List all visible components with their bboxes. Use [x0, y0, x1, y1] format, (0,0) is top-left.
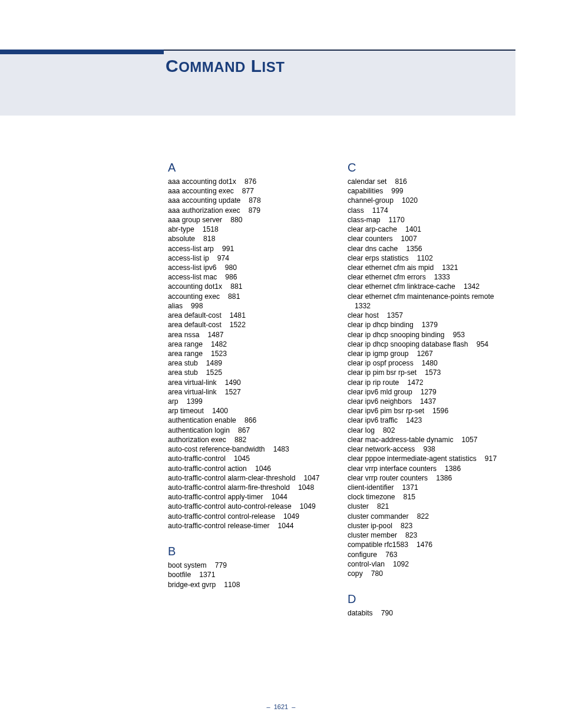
command-name: accounting exec — [168, 292, 220, 301]
section-letter: B — [168, 545, 336, 558]
command-name: clear ethernet cfm linktrace-cache — [348, 282, 455, 291]
command-name: auto-traffic-control control-release — [168, 512, 275, 521]
index-entry: configure 763 — [348, 550, 515, 559]
page-ref: 1049 — [283, 512, 299, 521]
command-name: clear dns cache — [348, 245, 398, 253]
index-entry: arp 1399 — [168, 397, 336, 406]
index-entry: aaa authorization exec 879 — [168, 206, 336, 215]
page-ref: 1483 — [273, 445, 289, 453]
index-entry: class 1174 — [348, 206, 515, 215]
index-entry: bridge-ext gvrp 1108 — [168, 580, 336, 589]
command-name: bootfile — [168, 571, 191, 579]
index-entry: accounting exec 881 — [168, 292, 336, 301]
page-ref: 1057 — [462, 436, 478, 444]
page-number: 1621 — [274, 703, 288, 710]
index-entry: clear ethernet cfm maintenance-points re… — [348, 292, 515, 311]
command-name: cluster member — [348, 531, 397, 539]
command-name: clear ethernet cfm ais mpid — [348, 263, 434, 272]
index-entry: clear ip dhcp binding 1379 — [348, 320, 515, 330]
page-ref: 1399 — [187, 397, 203, 406]
index-entry: capabilities 999 — [348, 186, 515, 196]
page-ref: 1321 — [442, 263, 458, 272]
page-ref: 879 — [249, 206, 260, 215]
index-entry: access-list ipv6 980 — [168, 263, 336, 272]
page-ref: 867 — [238, 426, 250, 434]
command-name: clear log — [348, 426, 375, 434]
index-entry: area stub 1489 — [168, 358, 336, 368]
page-ref: 1423 — [406, 416, 422, 424]
command-name: client-identifier — [348, 483, 394, 492]
index-entry: auto-traffic-control apply-timer 1044 — [168, 492, 336, 502]
page-ref: 1049 — [300, 502, 316, 510]
index-entry: authorization exec 882 — [168, 435, 336, 444]
command-name: bridge-ext gvrp — [168, 581, 216, 589]
index-entry: clear ipv6 mld group 1279 — [348, 387, 515, 397]
page-ref: 1356 — [406, 245, 422, 253]
index-entry: cluster ip-pool 823 — [348, 521, 515, 531]
index-entry: copy 780 — [348, 569, 515, 578]
index-entry: clear ip rip route 1472 — [348, 378, 515, 387]
page-ref: 823 — [401, 522, 412, 530]
command-name: aaa authorization exec — [168, 206, 240, 215]
header-accent-bar — [0, 50, 164, 54]
command-name: area range — [168, 340, 203, 348]
page-ref: 1371 — [199, 571, 215, 579]
command-name: clear counters — [348, 235, 393, 243]
index-entry: cluster 821 — [348, 502, 515, 511]
index-entry: clear arp-cache 1401 — [348, 225, 515, 234]
index-entry: auto-traffic-control control-release 104… — [168, 512, 336, 521]
page-ref: 790 — [381, 609, 393, 617]
command-name: aaa group server — [168, 216, 222, 224]
index-entry: clear vrrp interface counters 1386 — [348, 464, 515, 473]
command-name: cluster ip-pool — [348, 522, 392, 530]
page-ref: 917 — [485, 454, 497, 463]
command-name: aaa accounting exec — [168, 187, 234, 195]
command-name: area nssa — [168, 331, 200, 339]
index-entry: clear erps statistics 1102 — [348, 253, 515, 263]
command-name: auto-traffic-control auto-control-releas… — [168, 502, 292, 510]
page-ref: 1102 — [417, 254, 433, 262]
command-name: clear arp-cache — [348, 225, 397, 233]
page-ref: 1482 — [211, 340, 227, 348]
index-entry: area stub 1525 — [168, 368, 336, 377]
index-entry: cluster member 823 — [348, 531, 515, 540]
index-entry: clear ethernet cfm ais mpid 1321 — [348, 263, 515, 272]
command-name: auto-traffic-control alarm-fire-threshol… — [168, 483, 290, 492]
index-entry: clear ip dhcp snooping database flash 95… — [348, 340, 515, 349]
index-entry: clear pppoe intermediate-agent statistic… — [348, 454, 515, 463]
page-ref: 1379 — [422, 321, 438, 329]
command-name: channel-group — [348, 196, 394, 205]
command-name: clear ip dhcp snooping database flash — [348, 340, 468, 348]
command-name: area virtual-link — [168, 378, 217, 387]
index-entry: abr-type 1518 — [168, 225, 336, 234]
page-ref: 1472 — [407, 378, 423, 387]
page-ref: 1332 — [355, 302, 371, 310]
page-ref: 980 — [225, 263, 237, 272]
command-name: accounting dot1x — [168, 282, 222, 291]
index-entry: area range 1523 — [168, 349, 336, 358]
page-ref: 1092 — [393, 560, 409, 568]
page-ref: 815 — [404, 493, 415, 501]
page-ref: 1279 — [421, 388, 437, 396]
page-ref: 1174 — [372, 206, 388, 215]
command-name: clear ethernet cfm errors — [348, 273, 426, 281]
command-name: auto-traffic-control release-timer — [168, 522, 270, 530]
page-ref: 877 — [242, 187, 254, 195]
page-ref: 1522 — [230, 321, 246, 329]
index-entry: aaa accounting update 878 — [168, 196, 336, 205]
index-entry: cluster commander 822 — [348, 512, 515, 521]
page-ref: 882 — [234, 436, 246, 444]
index-entry: aaa accounting dot1x 876 — [168, 177, 336, 186]
index-section: Aaaa accounting dot1x 876aaa accounting … — [168, 161, 336, 531]
page-ref: 1007 — [401, 235, 417, 243]
command-name: clear network-access — [348, 445, 415, 453]
index-entry: absolute 818 — [168, 234, 336, 243]
index-entry: authentication login 867 — [168, 426, 336, 435]
page-ref: 818 — [203, 235, 215, 243]
index-section: Bboot system 779bootfile 1371bridge-ext … — [168, 545, 336, 589]
command-name: auto-traffic-control apply-timer — [168, 493, 263, 501]
command-name: clear ipv6 neighbors — [348, 397, 412, 406]
page-ref: 1437 — [420, 397, 436, 406]
command-name: clock timezone — [348, 493, 395, 501]
command-name: calendar set — [348, 177, 386, 186]
